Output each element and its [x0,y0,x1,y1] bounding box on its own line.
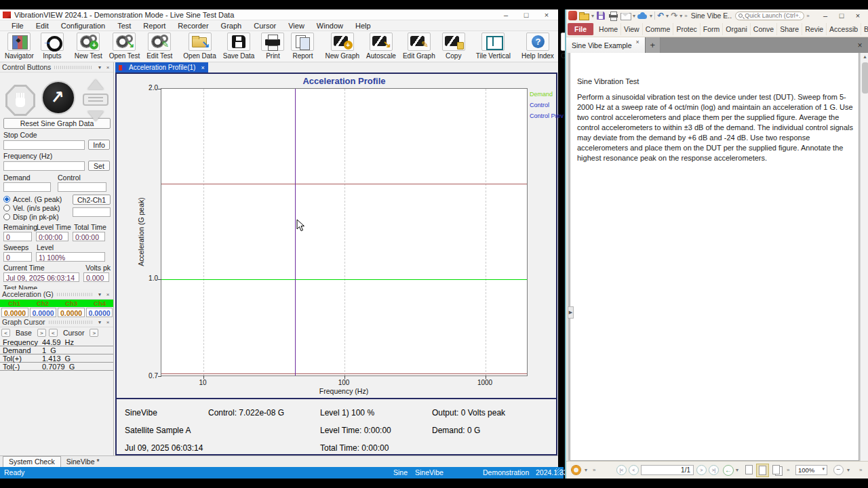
close-icon[interactable]: × [104,291,112,298]
set-button[interactable]: Set [88,161,110,171]
ribbon-tab-review[interactable]: Revie [802,23,827,35]
pdf-minimize-button[interactable]: – [817,12,833,20]
menu-edit[interactable]: Edit [30,22,55,30]
plot-area[interactable] [161,88,528,376]
last-page-button[interactable]: >| [709,465,719,475]
ribbon-tab-home[interactable]: Home [596,23,621,35]
toolbar-open-test[interactable]: ↘ Open Test [106,31,143,62]
previous-view-button[interactable]: ← [723,465,734,476]
close-icon[interactable]: × [104,64,112,70]
qat-overflow-icon[interactable]: » [806,13,809,19]
toolbar-print[interactable]: Print [258,31,288,62]
menu-recorder[interactable]: Recorder [172,22,214,30]
zoom-level-dropdown[interactable]: ▾100% [795,465,827,475]
info-button[interactable]: Info [88,140,110,150]
two-page-view-icon[interactable] [772,465,780,474]
toolbar-navigator[interactable]: Navigator [1,31,37,62]
ribbon-tab-accessibility[interactable]: Accessib [827,23,861,35]
save-icon[interactable] [596,11,606,20]
gear-icon[interactable] [572,466,580,474]
print-icon[interactable] [608,11,618,20]
menu-cursor[interactable]: Cursor [248,22,282,30]
menu-test[interactable]: Test [111,22,137,30]
ribbon-tab-file[interactable]: File [568,23,594,35]
overflow-icon[interactable]: » [593,467,595,473]
ribbon-tab-comment[interactable]: Comme [643,23,674,35]
menu-report[interactable]: Report [137,22,172,30]
base-prev-button[interactable]: < [1,329,10,337]
search-input[interactable] [745,12,801,19]
menu-help[interactable]: Help [349,22,377,30]
ribbon-tab-bookmark[interactable]: Bookma [861,23,868,35]
radio-velocity[interactable]: Vel. (in/s peak) [3,203,73,212]
collapse-icon[interactable]: ▾ [96,319,104,325]
menu-file[interactable]: File [5,22,30,30]
toolbar-edit-graph[interactable]: ✎ Edit Graph [399,31,439,62]
ribbon-tab-convert[interactable]: Conve [751,23,777,35]
menu-view[interactable]: View [282,22,311,30]
level-pill-icon[interactable] [83,94,108,106]
toolbar-report[interactable]: Report [288,31,317,62]
frequency-input[interactable] [3,161,85,171]
cursor-prev-button[interactable]: < [49,329,58,337]
tab-sinevibe[interactable]: SineVibe * [61,457,105,467]
vv-minimize-button[interactable]: – [496,11,516,19]
vv-maximize-button[interactable]: □ [516,11,536,19]
page-number-field[interactable]: 1/1 [641,465,694,475]
control-field[interactable] [58,182,106,192]
undo-icon[interactable]: ↶ [657,11,664,20]
toolbar-inputs[interactable]: Inputs [37,31,67,62]
toolbar-open-data[interactable]: ↘ Open Data [180,31,219,62]
zoom-out-button[interactable]: − [833,465,844,475]
first-page-button[interactable]: |< [616,465,627,475]
next-page-button[interactable]: > [696,465,707,475]
ribbon-tab-organize[interactable]: Organi [723,23,751,35]
quick-launch-search[interactable] [735,12,804,20]
cloud-share-icon[interactable] [637,11,648,20]
tab-system-check[interactable]: System Check [3,456,61,467]
qat-overflow-icon[interactable]: » [684,13,687,19]
ribbon-tab-protect[interactable]: Protec [673,23,700,35]
redo-icon[interactable]: ↷ [671,11,677,20]
collapse-icon[interactable]: ▾ [96,64,104,70]
toolbar-save-data[interactable]: Save Data [220,31,258,62]
pdf-page[interactable]: Sine Vibration Test Perform a sinusoidal… [570,53,859,461]
start-button[interactable]: ↗ [41,81,75,115]
radio-accel[interactable]: Accel. (G peak) [3,195,73,203]
open-file-icon[interactable] [579,11,589,20]
ribbon-tab-share[interactable]: Share [777,23,802,35]
overflow-icon[interactable]: » [787,467,789,473]
base-next-button[interactable]: > [37,329,46,337]
ribbon-tab-form[interactable]: Form [701,23,724,35]
collapse-icon[interactable]: ▾ [96,291,104,298]
stop-code-input[interactable] [3,140,85,150]
vv-close-button[interactable]: × [536,11,557,19]
scroll-up-icon[interactable]: ▲ [863,54,867,59]
chevron-down-icon[interactable]: ▾ [585,467,587,473]
close-icon[interactable]: × [104,319,112,325]
nav-panel-expander[interactable]: ▶ [568,306,574,319]
scrollbar-thumb[interactable] [862,62,868,94]
graph-document-tab[interactable]: Acceleration Profile(1) × [115,62,208,73]
chevron-down-icon[interactable]: ▾ [847,467,850,473]
menu-configuration[interactable]: Configuration [55,22,111,30]
document-tab[interactable]: Sine Vibe Example × [566,37,646,53]
tabbar-close-button[interactable]: × [852,37,868,53]
toolbar-autoscale[interactable]: ↘ Autoscale [363,31,399,62]
chevron-down-icon[interactable]: ▾ [666,13,669,19]
chevron-down-icon[interactable]: ▾ [650,13,652,19]
overflow-icon[interactable]: » [859,467,862,473]
level-up-icon[interactable] [87,79,104,89]
prev-page-button[interactable]: < [629,465,639,475]
menu-window[interactable]: Window [311,22,349,30]
chevron-down-icon[interactable]: ▾ [679,13,682,19]
chevron-down-icon[interactable]: ▾ [633,13,635,19]
stop-button[interactable] [5,85,35,116]
toolbar-edit-test[interactable]: ✎ Edit Test [143,31,176,62]
chevron-down-icon[interactable]: ▾ [591,13,594,19]
vertical-scrollbar[interactable]: ▲ [860,53,868,461]
toolbar-new-graph[interactable]: + New Graph [321,31,363,62]
level-down-icon[interactable] [87,111,104,121]
graph-tab-close-icon[interactable]: × [201,64,204,71]
document-tab-close-icon[interactable]: × [636,39,639,45]
